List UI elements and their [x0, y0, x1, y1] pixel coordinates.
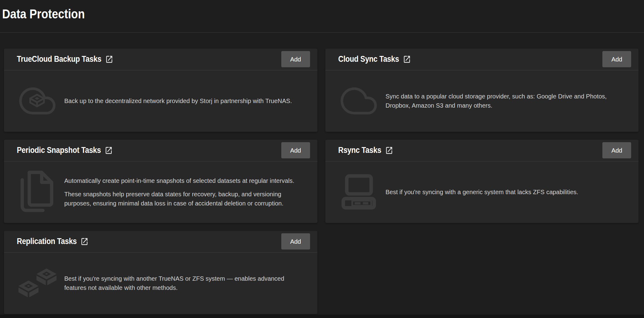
- card-description: Best if you're syncing with a generic sy…: [386, 187, 578, 197]
- card-header: Rsync Tasks Add: [325, 140, 639, 161]
- card-replication-tasks: Replication Tasks Add Best if you're syn…: [4, 231, 317, 314]
- add-button[interactable]: Add: [281, 142, 310, 158]
- card-title: Cloud Sync Tasks: [338, 54, 399, 64]
- card-body: Best if you're syncing with another True…: [4, 253, 317, 314]
- open-in-new-icon[interactable]: [385, 146, 393, 155]
- card-description: Sync data to a popular cloud storage pro…: [386, 92, 624, 110]
- cloud-sync-tasks-title-link[interactable]: Cloud Sync Tasks: [338, 54, 411, 64]
- replication-cubes-icon: [14, 268, 60, 298]
- cloud-icon: [336, 83, 382, 119]
- card-truecloud-backup-tasks: TrueCloud Backup Tasks Add Back up to th…: [4, 49, 317, 132]
- storj-cloud-icon: [14, 83, 60, 119]
- card-description: Back up to the decentralized network pro…: [64, 96, 292, 105]
- card-title: Replication Tasks: [17, 237, 77, 246]
- cards-grid: TrueCloud Backup Tasks Add Back up to th…: [0, 49, 644, 314]
- card-header: Replication Tasks Add: [4, 231, 317, 253]
- page-title: Data Protection: [0, 0, 560, 22]
- open-in-new-icon[interactable]: [80, 237, 88, 246]
- card-description: Automatically create point-in-time snaps…: [64, 176, 303, 208]
- card-title: TrueCloud Backup Tasks: [17, 54, 101, 64]
- card-title: Periodic Snapshot Tasks: [17, 146, 101, 155]
- card-periodic-snapshot-tasks: Periodic Snapshot Tasks Add Automaticall…: [4, 140, 317, 223]
- add-button[interactable]: Add: [281, 233, 310, 250]
- card-rsync-tasks: Rsync Tasks Add Best if you're syncing w…: [325, 140, 639, 223]
- computer-icon: [336, 174, 382, 210]
- snapshot-copies-icon: [14, 170, 60, 214]
- add-button[interactable]: Add: [281, 51, 310, 67]
- card-header: Periodic Snapshot Tasks Add: [4, 140, 317, 161]
- card-body: Back up to the decentralized network pro…: [4, 70, 317, 132]
- open-in-new-icon[interactable]: [105, 55, 113, 64]
- rsync-tasks-title-link[interactable]: Rsync Tasks: [338, 146, 393, 155]
- open-in-new-icon[interactable]: [403, 55, 411, 64]
- card-title: Rsync Tasks: [338, 146, 381, 155]
- card-body: Sync data to a popular cloud storage pro…: [325, 70, 639, 132]
- card-header: Cloud Sync Tasks Add: [325, 49, 639, 70]
- card-body: Automatically create point-in-time snaps…: [4, 161, 317, 223]
- title-divider: [0, 32, 644, 33]
- card-header: TrueCloud Backup Tasks Add: [4, 49, 317, 70]
- add-button[interactable]: Add: [602, 142, 631, 158]
- card-cloud-sync-tasks: Cloud Sync Tasks Add Sync data to a popu…: [325, 49, 639, 132]
- card-description: Best if you're syncing with another True…: [64, 274, 303, 292]
- truecloud-backup-tasks-title-link[interactable]: TrueCloud Backup Tasks: [17, 54, 113, 64]
- replication-tasks-title-link[interactable]: Replication Tasks: [17, 237, 89, 246]
- content-bottom-edge: [0, 315, 644, 318]
- card-body: Best if you're syncing with a generic sy…: [325, 161, 639, 223]
- add-button[interactable]: Add: [602, 51, 631, 67]
- periodic-snapshot-tasks-title-link[interactable]: Periodic Snapshot Tasks: [17, 146, 113, 155]
- open-in-new-icon[interactable]: [105, 146, 113, 155]
